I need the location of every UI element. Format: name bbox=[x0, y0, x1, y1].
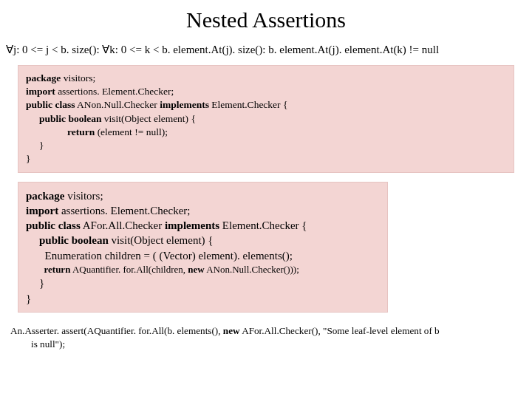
code-line: public class ANon.Null.Checker implement… bbox=[26, 98, 506, 112]
code-block-anonnullchecker: package visitors; import assertions. Ele… bbox=[18, 65, 514, 173]
code-line: import assertions. Element.Checker; bbox=[26, 203, 380, 218]
code-block-aforallchecker: package visitors; import assertions. Ele… bbox=[18, 182, 388, 313]
code-line: Enumeration children = ( (Vector) elemen… bbox=[26, 248, 380, 263]
code-line: package visitors; bbox=[26, 188, 380, 203]
code-line: import assertions. Element.Checker; bbox=[26, 85, 506, 98]
code-line: public class AFor.All.Checker implements… bbox=[26, 218, 380, 233]
code-line: package visitors; bbox=[26, 72, 506, 85]
assert-call-line: An.Asserter. assert(AQuantifier. for.All… bbox=[0, 321, 532, 351]
code-line: return (element != null); bbox=[26, 126, 506, 139]
code-line: } bbox=[26, 276, 380, 290]
code-line: } bbox=[26, 139, 506, 152]
code-line: return AQuantifier. for.All(children, ne… bbox=[26, 263, 380, 276]
code-line: } bbox=[26, 291, 380, 306]
quantifier-formula: ∀j: 0 <= j < b. size(): ∀k: 0 <= k < b. … bbox=[0, 37, 532, 65]
code-line: public boolean visit(Object element) { bbox=[26, 112, 506, 126]
code-line: public boolean visit(Object element) { bbox=[26, 233, 380, 248]
code-line: } bbox=[26, 152, 506, 166]
slide-title: Nested Assertions bbox=[0, 0, 532, 37]
